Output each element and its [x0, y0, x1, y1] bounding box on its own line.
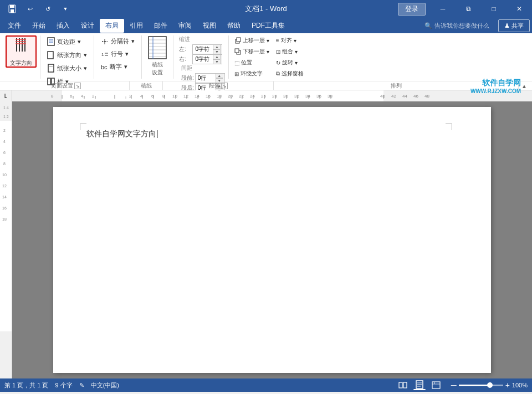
- hyphenation-icon: bc: [101, 64, 108, 70]
- zoom-slider[interactable]: [459, 385, 503, 386]
- svg-rect-35: [235, 49, 239, 53]
- draft-label-bottom: 稿纸: [141, 82, 152, 90]
- ruler-corner[interactable]: L: [0, 90, 12, 101]
- svg-text:12: 12: [2, 184, 7, 188]
- menu-layout[interactable]: 布局: [100, 19, 124, 33]
- maximize-button[interactable]: □: [481, 0, 507, 18]
- spacing-before-value: 0行: [197, 74, 208, 82]
- send-backward-button[interactable]: 下移一层▾: [232, 47, 272, 57]
- menu-help[interactable]: 帮助: [222, 19, 246, 33]
- rotate-icon: ↻: [276, 60, 280, 66]
- svg-rect-93: [0, 121, 12, 331]
- close-button[interactable]: ✕: [507, 0, 532, 18]
- view-web-button[interactable]: [430, 380, 442, 390]
- view-print-button[interactable]: [413, 380, 426, 390]
- ribbon-label-page-setup[interactable]: 页面设置 ↘: [2, 81, 130, 90]
- menu-insert[interactable]: 插入: [51, 19, 75, 33]
- indent-left-input[interactable]: 0字符 ▲ ▼: [192, 44, 222, 54]
- ribbon-group-arrange: 上移一层▾ 下移一层▾ ⬚ 位置 ⊞ 环绕文字: [229, 35, 309, 79]
- zoom-track: [459, 385, 490, 386]
- word-count[interactable]: 9 个字: [55, 381, 72, 390]
- bring-forward-button[interactable]: 上移一层▾: [232, 35, 272, 45]
- margins-icon: [47, 37, 55, 46]
- zoom-level[interactable]: 100%: [512, 382, 528, 388]
- position-button[interactable]: ⬚ 位置: [232, 58, 272, 68]
- send-backward-icon: [234, 48, 241, 55]
- rotate-button[interactable]: ↻ 旋转▾: [274, 58, 306, 68]
- menu-references[interactable]: 引用: [124, 19, 149, 33]
- editor-area: L 8 6 4 2: [0, 90, 532, 378]
- ribbon-label-draft[interactable]: 稿纸: [130, 81, 163, 90]
- document-page[interactable]: 软件自学网文字方向|: [53, 107, 491, 373]
- align-button[interactable]: ≡ 对齐▾: [274, 35, 306, 45]
- document-content[interactable]: 软件自学网文字方向|: [86, 129, 458, 139]
- minimize-button[interactable]: ─: [430, 0, 456, 18]
- orientation-label: 纸张方向: [57, 51, 81, 59]
- spacing-before-up[interactable]: ▲: [216, 73, 223, 78]
- page-info[interactable]: 第 1 页，共 1 页: [4, 381, 48, 390]
- draft-icon: [147, 35, 167, 60]
- svg-text:1 2: 1 2: [3, 115, 9, 119]
- svg-text:28: 28: [272, 94, 277, 99]
- sb-arrow: ▾: [267, 49, 269, 55]
- redo-button[interactable]: ↺: [40, 2, 55, 16]
- svg-text:34: 34: [305, 94, 310, 99]
- indent-left-up[interactable]: ▲: [213, 44, 221, 49]
- zoom-out-button[interactable]: ─: [451, 381, 457, 389]
- svg-text:38: 38: [328, 94, 332, 99]
- wrap-text-button[interactable]: ⊞ 环绕文字: [232, 69, 272, 79]
- paper-size-icon: [47, 64, 55, 73]
- line-number-button[interactable]: 1 行号 ▾: [98, 48, 138, 60]
- zoom-in-button[interactable]: +: [505, 381, 510, 389]
- page-setup-expand[interactable]: ↘: [74, 83, 81, 89]
- login-button[interactable]: 登录: [398, 3, 426, 16]
- paper-size-button[interactable]: 纸张大小 ▾: [44, 62, 90, 74]
- customize-button[interactable]: ▼: [58, 2, 73, 16]
- text-direction-button[interactable]: 文字方向: [6, 35, 37, 68]
- orientation-button[interactable]: 纸张方向 ▾: [44, 49, 90, 61]
- ribbon-label-paragraph[interactable]: 段落 ↘: [163, 81, 274, 90]
- svg-text:18: 18: [217, 94, 222, 99]
- menu-review[interactable]: 审阅: [173, 19, 197, 33]
- menu-file[interactable]: 文件: [2, 19, 27, 33]
- language[interactable]: 中文(中国): [91, 381, 119, 390]
- separator-icon: [101, 38, 109, 45]
- view-web-icon: [432, 381, 441, 389]
- svg-rect-105: [399, 382, 402, 388]
- paragraph-label: 段落: [209, 82, 220, 90]
- text-direction-icon: [13, 36, 29, 57]
- indent-left-down[interactable]: ▼: [213, 49, 221, 54]
- separator-button[interactable]: 分隔符 ▾: [98, 35, 138, 47]
- text-direction-label: 文字方向: [10, 59, 32, 67]
- ruler-h[interactable]: 8 6 4 2 2 4 6: [12, 90, 532, 101]
- save-button[interactable]: [4, 2, 20, 16]
- orientation-icon: [47, 50, 55, 59]
- undo-button[interactable]: ↩: [22, 2, 38, 16]
- paragraph-expand[interactable]: ↘: [221, 83, 228, 89]
- document-area[interactable]: 软件自学网 WWW.RJZXW.COM 软件自学网文字方向|: [12, 101, 532, 378]
- indent-right-down[interactable]: ▼: [213, 59, 221, 64]
- menu-mail[interactable]: 邮件: [149, 19, 173, 33]
- selection-pane-button[interactable]: ⧉ 选择窗格: [274, 69, 306, 79]
- menu-view[interactable]: 视图: [197, 19, 222, 33]
- share-button[interactable]: ♟ 共享: [498, 19, 530, 32]
- ribbon: 文字方向 页边距 ▾ 纸张方向 ▾: [0, 33, 532, 90]
- menu-search[interactable]: 🔍 告诉我你想要做什么: [420, 22, 494, 30]
- indent-right-input[interactable]: 0字符 ▲ ▼: [192, 54, 222, 64]
- indent-right-up[interactable]: ▲: [213, 54, 221, 59]
- menu-pdf[interactable]: PDF工具集: [246, 19, 290, 33]
- margins-button[interactable]: 页边距 ▾: [44, 35, 90, 48]
- hyphenation-button[interactable]: bc 断字 ▾: [98, 61, 138, 73]
- group-arrow: ▾: [295, 49, 298, 55]
- restore-button[interactable]: ⧉: [456, 0, 481, 18]
- svg-text:26: 26: [261, 94, 266, 99]
- zoom-thumb[interactable]: [487, 382, 493, 388]
- svg-text:6: 6: [3, 151, 6, 155]
- group-button[interactable]: ⊡ 组合▾: [274, 47, 306, 57]
- view-read-button[interactable]: [397, 380, 409, 390]
- document-text[interactable]: 软件自学网文字方向|: [86, 129, 158, 138]
- menu-home[interactable]: 开始: [27, 19, 51, 33]
- svg-rect-37: [62, 90, 383, 101]
- svg-text:18: 18: [2, 217, 7, 221]
- menu-design[interactable]: 设计: [75, 19, 100, 33]
